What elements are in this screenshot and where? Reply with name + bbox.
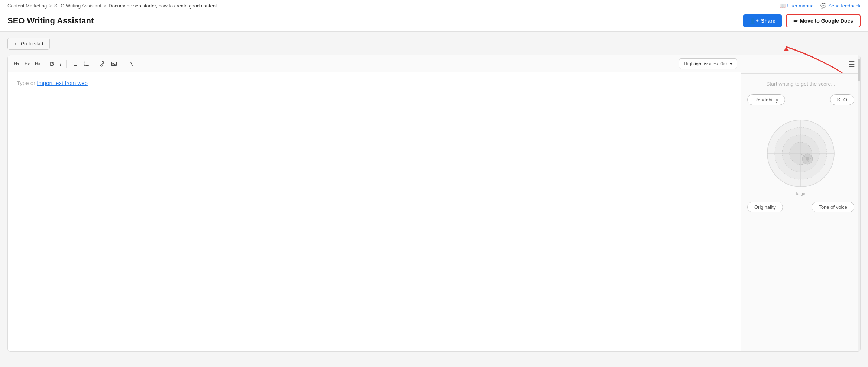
- highlight-count: 0/0: [720, 61, 727, 66]
- svg-text:3: 3: [72, 65, 73, 66]
- page-title: SEO Writing Assistant: [7, 16, 94, 26]
- svg-text:T: T: [128, 62, 130, 66]
- svg-point-11: [84, 63, 85, 64]
- link-button[interactable]: [97, 59, 108, 69]
- breadcrumb-item-content-marketing[interactable]: Content Marketing: [7, 3, 47, 9]
- highlight-issues-button[interactable]: Highlight issues 0/0 ▾: [679, 58, 737, 69]
- toolbar-separator-2: [66, 60, 67, 68]
- share-icon: 👤+: [749, 18, 759, 24]
- user-manual-link[interactable]: 📖 User manual: [780, 3, 815, 9]
- go-to-start-label: Go to start: [21, 41, 43, 46]
- move-to-docs-button[interactable]: ⇒ Move to Google Docs: [786, 14, 861, 27]
- editor-panel: H1 H2 H3 B I 123: [8, 55, 741, 351]
- readability-tag[interactable]: Readability: [747, 94, 785, 105]
- heading-3-button[interactable]: H3: [33, 59, 42, 68]
- seo-tag[interactable]: SEO: [830, 94, 854, 105]
- sidebar-score-area: Start writing to get the score... Readab…: [741, 74, 860, 351]
- tone-of-voice-tag[interactable]: Tone of voice: [812, 202, 854, 212]
- sidebar-scrollbar-thumb: [858, 59, 860, 81]
- heading-1-button[interactable]: H1: [12, 59, 21, 68]
- arrow-left-icon: ←: [14, 41, 19, 46]
- svg-point-10: [84, 61, 85, 62]
- top-nav: Content Marketing > SEO Writing Assistan…: [0, 0, 868, 10]
- radar-chart-area: Target: [760, 113, 842, 194]
- send-feedback-link[interactable]: 💬 Send feedback: [820, 3, 861, 9]
- image-button[interactable]: [108, 59, 120, 69]
- import-text-link[interactable]: Import text from web: [37, 80, 88, 86]
- editor-body[interactable]: Type or Import text from web: [8, 72, 741, 351]
- toolbar-separator-4: [122, 60, 122, 68]
- share-button[interactable]: 👤+ Share: [743, 14, 782, 27]
- chevron-down-icon: ▾: [730, 61, 732, 66]
- main-content: ← Go to start H1 H2 H3 B I 123: [0, 32, 868, 358]
- score-tags-bottom: Originality Tone of voice: [747, 202, 854, 212]
- chat-icon: 💬: [820, 3, 826, 9]
- breadcrumb-sep-1: >: [49, 3, 52, 9]
- header-actions: 👤+ Share ⇒ Move to Google Docs: [743, 14, 861, 27]
- svg-rect-1: [74, 62, 77, 62]
- toolbar-separator-1: [45, 60, 45, 68]
- breadcrumb-sep-2: >: [104, 3, 107, 9]
- move-to-docs-label: Move to Google Docs: [800, 18, 853, 24]
- breadcrumb: Content Marketing > SEO Writing Assistan…: [7, 3, 217, 9]
- unordered-list-button[interactable]: [81, 59, 92, 69]
- score-placeholder: Start writing to get the score...: [766, 81, 835, 87]
- user-manual-label: User manual: [787, 3, 815, 9]
- originality-tag[interactable]: Originality: [747, 202, 783, 212]
- svg-rect-7: [85, 62, 89, 62]
- score-tags-top: Readability SEO: [747, 94, 854, 105]
- clear-formatting-button[interactable]: T: [124, 59, 136, 69]
- editor-layout: H1 H2 H3 B I 123: [7, 55, 861, 352]
- editor-placeholder-text: Type or: [17, 80, 37, 86]
- heading-2-button[interactable]: H2: [22, 59, 32, 68]
- sidebar-scrollbar[interactable]: [858, 55, 860, 351]
- send-feedback-label: Send feedback: [828, 3, 861, 9]
- top-nav-right: 📖 User manual 💬 Send feedback: [780, 3, 861, 9]
- sidebar-panel: ☰ Start writing to get the score... Read…: [741, 55, 860, 351]
- docs-icon: ⇒: [793, 18, 798, 24]
- sidebar-menu-icon[interactable]: ☰: [848, 60, 855, 69]
- share-label: Share: [761, 18, 775, 24]
- breadcrumb-item-seo-assistant[interactable]: SEO Writing Assistant: [54, 3, 101, 9]
- svg-rect-9: [85, 65, 89, 66]
- svg-point-12: [84, 65, 85, 66]
- book-icon: 📖: [780, 3, 786, 9]
- target-label: Target: [795, 191, 807, 196]
- radar-chart-svg: [764, 116, 838, 191]
- svg-line-16: [131, 62, 133, 66]
- highlight-issues-label: Highlight issues: [684, 61, 718, 66]
- sidebar-header: ☰: [741, 55, 860, 74]
- toolbar-separator-3: [94, 60, 94, 68]
- svg-rect-3: [74, 65, 77, 66]
- bold-button[interactable]: B: [47, 59, 56, 69]
- go-to-start-button[interactable]: ← Go to start: [7, 38, 50, 50]
- italic-button[interactable]: I: [57, 59, 64, 69]
- svg-point-14: [113, 63, 114, 64]
- svg-rect-2: [74, 64, 77, 64]
- page-header: SEO Writing Assistant 👤+ Share ⇒ Move to…: [0, 10, 868, 32]
- ordered-list-button[interactable]: 123: [69, 59, 80, 69]
- breadcrumb-doc-title: Document: seo starter, how to create goo…: [108, 3, 217, 9]
- editor-toolbar: H1 H2 H3 B I 123: [8, 55, 741, 72]
- svg-rect-8: [85, 64, 89, 64]
